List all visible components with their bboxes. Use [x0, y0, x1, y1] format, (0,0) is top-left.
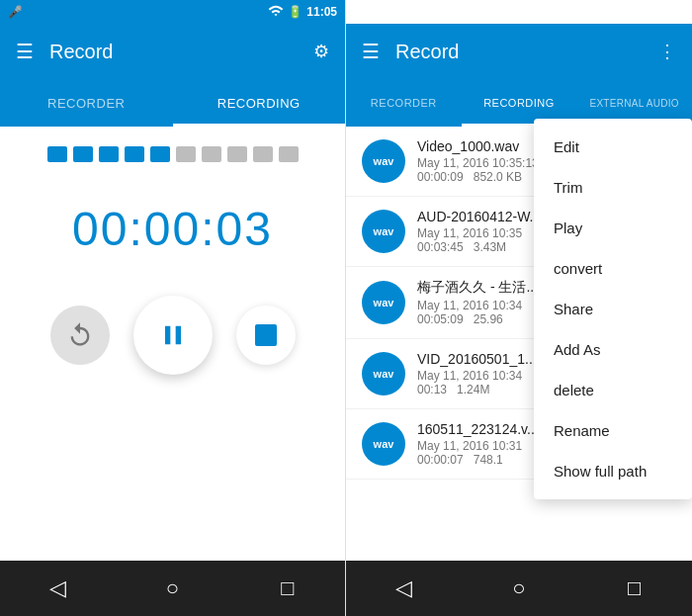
context-menu-item-8[interactable]: Show full path — [534, 451, 692, 491]
context-menu-item-1[interactable]: Trim — [534, 167, 692, 208]
reset-button[interactable] — [50, 306, 110, 365]
tab-recorder-left[interactable]: RECORDER — [0, 79, 173, 127]
right-app-title: Record — [395, 41, 658, 63]
left-settings-button[interactable]: ⚙ — [313, 41, 329, 62]
wav-badge-3: wav — [362, 281, 405, 324]
level-bar-8 — [227, 146, 247, 162]
wav-badge-2: wav — [362, 210, 405, 253]
recent-button-right[interactable]: □ — [610, 564, 659, 613]
back-button-left[interactable]: ◁ — [33, 564, 82, 613]
right-panel: 🎤 ⊘ ⏰ ⚡ 10:35 ☰ Record ⋮ RECORDER RECORD… — [346, 0, 692, 616]
context-menu-item-3[interactable]: convert — [534, 248, 692, 289]
context-menu-item-7[interactable]: Rename — [534, 410, 692, 451]
left-status-bar: 🎤 🔋 11:05 — [0, 0, 345, 24]
home-button-left[interactable]: ○ — [147, 564, 197, 613]
left-menu-button[interactable]: ☰ — [16, 40, 34, 63]
stop-icon — [255, 324, 277, 346]
level-bar-1 — [47, 146, 67, 162]
right-bottom-nav: ◁ ○ □ — [346, 561, 692, 616]
right-menu-button[interactable]: ☰ — [362, 40, 380, 63]
recent-button-left[interactable]: □ — [263, 564, 312, 613]
context-menu-item-0[interactable]: Edit — [534, 127, 692, 167]
recording-timer: 00:00:03 — [72, 202, 273, 256]
back-button-right[interactable]: ◁ — [379, 564, 428, 613]
left-time: 11:05 — [306, 5, 337, 19]
context-menu-item-4[interactable]: Share — [534, 289, 692, 329]
left-appbar: ☰ Record ⚙ — [0, 24, 345, 79]
tab-recording-left[interactable]: RECORDING — [173, 79, 346, 127]
context-menu: EditTrimPlayconvertShareAdd AsdeleteRena… — [534, 119, 692, 499]
wav-badge-4: wav — [362, 352, 405, 396]
right-more-button[interactable]: ⋮ — [658, 41, 676, 62]
left-status-right: 🔋 11:05 — [268, 5, 337, 20]
level-bar-10 — [279, 146, 299, 162]
recorder-content: 00:00:03 — [0, 127, 345, 545]
level-bar-2 — [73, 146, 93, 162]
context-menu-item-5[interactable]: Add As — [534, 329, 692, 370]
level-bar-5 — [150, 146, 170, 162]
level-bar-3 — [99, 146, 119, 162]
right-appbar: ☰ Record ⋮ — [346, 24, 692, 79]
level-bar-4 — [125, 146, 144, 162]
home-button-right[interactable]: ○ — [494, 564, 544, 613]
left-panel: 🎤 🔋 11:05 ☰ Record ⚙ RECORDER RECORDING — [0, 0, 346, 616]
battery-icon: 🔋 — [288, 5, 303, 19]
left-app-title: Record — [49, 41, 313, 63]
stop-button[interactable] — [236, 306, 296, 365]
wav-badge-5: wav — [362, 422, 405, 466]
left-status-left: 🎤 — [8, 5, 23, 19]
level-bar-9 — [253, 146, 273, 162]
level-bar-7 — [202, 146, 221, 162]
context-menu-item-6[interactable]: delete — [534, 370, 692, 410]
context-menu-item-2[interactable]: Play — [534, 208, 692, 248]
level-bars — [47, 146, 299, 162]
level-bar-6 — [176, 146, 196, 162]
pause-button[interactable] — [133, 296, 213, 375]
left-tabs: RECORDER RECORDING — [0, 79, 345, 127]
left-bottom-nav: ◁ ○ □ — [0, 561, 345, 616]
recording-controls — [50, 296, 296, 375]
tab-recorder-right[interactable]: RECORDER — [346, 79, 462, 127]
mic-icon: 🎤 — [8, 5, 23, 19]
wifi-icon — [268, 5, 284, 20]
wav-badge-1: wav — [362, 139, 405, 183]
